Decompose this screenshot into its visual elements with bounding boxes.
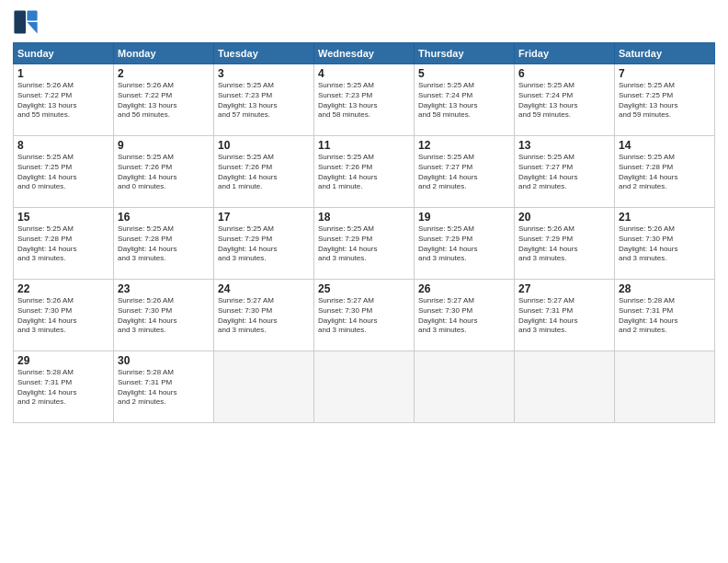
header-sunday: Sunday xyxy=(14,43,114,64)
day-info: Sunrise: 5:25 AM Sunset: 7:23 PM Dayligh… xyxy=(318,81,410,121)
day-cell: 22Sunrise: 5:26 AM Sunset: 7:30 PM Dayli… xyxy=(14,280,114,351)
day-info: Sunrise: 5:25 AM Sunset: 7:27 PM Dayligh… xyxy=(518,153,610,192)
day-info: Sunrise: 5:27 AM Sunset: 7:30 PM Dayligh… xyxy=(218,296,310,336)
day-cell xyxy=(415,351,515,423)
day-number: 23 xyxy=(118,282,210,295)
week-row-2: 8Sunrise: 5:25 AM Sunset: 7:25 PM Daylig… xyxy=(14,136,715,208)
header-monday: Monday xyxy=(114,43,214,64)
calendar-header-row: SundayMondayTuesdayWednesdayThursdayFrid… xyxy=(14,43,715,64)
day-cell: 28Sunrise: 5:28 AM Sunset: 7:31 PM Dayli… xyxy=(615,280,715,351)
day-cell xyxy=(515,351,615,423)
day-number: 25 xyxy=(318,282,410,295)
page: SundayMondayTuesdayWednesdayThursdayFrid… xyxy=(0,0,728,563)
day-cell: 17Sunrise: 5:25 AM Sunset: 7:29 PM Dayli… xyxy=(214,208,314,280)
day-info: Sunrise: 5:26 AM Sunset: 7:30 PM Dayligh… xyxy=(619,224,711,264)
day-cell: 10Sunrise: 5:25 AM Sunset: 7:26 PM Dayli… xyxy=(214,136,314,208)
header-wednesday: Wednesday xyxy=(314,43,415,64)
day-info: Sunrise: 5:26 AM Sunset: 7:22 PM Dayligh… xyxy=(118,81,210,121)
week-row-1: 1Sunrise: 5:26 AM Sunset: 7:22 PM Daylig… xyxy=(14,64,715,136)
day-number: 30 xyxy=(118,354,210,367)
day-number: 3 xyxy=(218,67,310,80)
day-cell: 9Sunrise: 5:25 AM Sunset: 7:26 PM Daylig… xyxy=(114,136,214,208)
logo-icon xyxy=(13,9,39,35)
day-cell: 20Sunrise: 5:26 AM Sunset: 7:29 PM Dayli… xyxy=(515,208,615,280)
day-info: Sunrise: 5:28 AM Sunset: 7:31 PM Dayligh… xyxy=(619,296,711,336)
day-cell xyxy=(615,351,715,423)
day-cell: 21Sunrise: 5:26 AM Sunset: 7:30 PM Dayli… xyxy=(615,208,715,280)
day-cell xyxy=(214,351,314,423)
day-info: Sunrise: 5:25 AM Sunset: 7:29 PM Dayligh… xyxy=(218,224,310,264)
day-number: 5 xyxy=(418,67,510,80)
day-number: 2 xyxy=(118,67,210,80)
day-info: Sunrise: 5:26 AM Sunset: 7:30 PM Dayligh… xyxy=(17,296,109,336)
day-cell: 4Sunrise: 5:25 AM Sunset: 7:23 PM Daylig… xyxy=(314,64,415,136)
day-number: 16 xyxy=(118,211,210,224)
day-cell: 18Sunrise: 5:25 AM Sunset: 7:29 PM Dayli… xyxy=(314,208,415,280)
svg-rect-2 xyxy=(27,10,37,20)
day-info: Sunrise: 5:25 AM Sunset: 7:26 PM Dayligh… xyxy=(118,153,210,192)
header-saturday: Saturday xyxy=(615,43,715,64)
day-number: 17 xyxy=(218,211,310,224)
day-cell: 25Sunrise: 5:27 AM Sunset: 7:30 PM Dayli… xyxy=(314,280,415,351)
day-number: 10 xyxy=(218,139,310,152)
day-info: Sunrise: 5:25 AM Sunset: 7:25 PM Dayligh… xyxy=(17,153,109,192)
week-row-5: 29Sunrise: 5:28 AM Sunset: 7:31 PM Dayli… xyxy=(14,351,715,423)
svg-rect-1 xyxy=(14,10,26,33)
day-number: 9 xyxy=(118,139,210,152)
day-cell: 14Sunrise: 5:25 AM Sunset: 7:28 PM Dayli… xyxy=(615,136,715,208)
day-cell: 2Sunrise: 5:26 AM Sunset: 7:22 PM Daylig… xyxy=(114,64,214,136)
day-cell: 26Sunrise: 5:27 AM Sunset: 7:30 PM Dayli… xyxy=(415,280,515,351)
day-cell: 7Sunrise: 5:25 AM Sunset: 7:25 PM Daylig… xyxy=(615,64,715,136)
day-number: 4 xyxy=(318,67,410,80)
day-info: Sunrise: 5:28 AM Sunset: 7:31 PM Dayligh… xyxy=(17,368,109,408)
header xyxy=(13,9,715,35)
day-number: 6 xyxy=(518,67,610,80)
day-cell: 3Sunrise: 5:25 AM Sunset: 7:23 PM Daylig… xyxy=(214,64,314,136)
day-info: Sunrise: 5:25 AM Sunset: 7:27 PM Dayligh… xyxy=(418,153,510,192)
day-number: 22 xyxy=(17,282,109,295)
day-cell: 30Sunrise: 5:28 AM Sunset: 7:31 PM Dayli… xyxy=(114,351,214,423)
day-cell: 11Sunrise: 5:25 AM Sunset: 7:26 PM Dayli… xyxy=(314,136,415,208)
day-info: Sunrise: 5:25 AM Sunset: 7:26 PM Dayligh… xyxy=(318,153,410,192)
day-info: Sunrise: 5:25 AM Sunset: 7:28 PM Dayligh… xyxy=(619,153,711,192)
day-cell: 29Sunrise: 5:28 AM Sunset: 7:31 PM Dayli… xyxy=(14,351,114,423)
day-cell xyxy=(314,351,415,423)
day-info: Sunrise: 5:25 AM Sunset: 7:29 PM Dayligh… xyxy=(418,224,510,264)
day-number: 7 xyxy=(619,67,711,80)
day-cell: 15Sunrise: 5:25 AM Sunset: 7:28 PM Dayli… xyxy=(14,208,114,280)
day-cell: 6Sunrise: 5:25 AM Sunset: 7:24 PM Daylig… xyxy=(515,64,615,136)
day-info: Sunrise: 5:25 AM Sunset: 7:28 PM Dayligh… xyxy=(118,224,210,264)
day-cell: 12Sunrise: 5:25 AM Sunset: 7:27 PM Dayli… xyxy=(415,136,515,208)
day-number: 20 xyxy=(518,211,610,224)
day-cell: 23Sunrise: 5:26 AM Sunset: 7:30 PM Dayli… xyxy=(114,280,214,351)
day-cell: 8Sunrise: 5:25 AM Sunset: 7:25 PM Daylig… xyxy=(14,136,114,208)
day-info: Sunrise: 5:25 AM Sunset: 7:24 PM Dayligh… xyxy=(418,81,510,121)
day-cell: 5Sunrise: 5:25 AM Sunset: 7:24 PM Daylig… xyxy=(415,64,515,136)
day-cell: 27Sunrise: 5:27 AM Sunset: 7:31 PM Dayli… xyxy=(515,280,615,351)
day-cell: 1Sunrise: 5:26 AM Sunset: 7:22 PM Daylig… xyxy=(14,64,114,136)
day-info: Sunrise: 5:27 AM Sunset: 7:30 PM Dayligh… xyxy=(418,296,510,336)
day-number: 27 xyxy=(518,282,610,295)
day-number: 12 xyxy=(418,139,510,152)
day-info: Sunrise: 5:26 AM Sunset: 7:22 PM Dayligh… xyxy=(17,81,109,121)
day-number: 28 xyxy=(619,282,711,295)
header-thursday: Thursday xyxy=(415,43,515,64)
day-info: Sunrise: 5:28 AM Sunset: 7:31 PM Dayligh… xyxy=(118,368,210,408)
day-number: 18 xyxy=(318,211,410,224)
day-info: Sunrise: 5:25 AM Sunset: 7:26 PM Dayligh… xyxy=(218,153,310,192)
day-number: 13 xyxy=(518,139,610,152)
day-info: Sunrise: 5:25 AM Sunset: 7:24 PM Dayligh… xyxy=(518,81,610,121)
day-info: Sunrise: 5:26 AM Sunset: 7:30 PM Dayligh… xyxy=(118,296,210,336)
logo xyxy=(13,9,42,35)
day-number: 21 xyxy=(619,211,711,224)
day-info: Sunrise: 5:27 AM Sunset: 7:31 PM Dayligh… xyxy=(518,296,610,336)
day-info: Sunrise: 5:26 AM Sunset: 7:29 PM Dayligh… xyxy=(518,224,610,264)
day-number: 24 xyxy=(218,282,310,295)
day-info: Sunrise: 5:25 AM Sunset: 7:25 PM Dayligh… xyxy=(619,81,711,121)
day-cell: 19Sunrise: 5:25 AM Sunset: 7:29 PM Dayli… xyxy=(415,208,515,280)
day-info: Sunrise: 5:25 AM Sunset: 7:23 PM Dayligh… xyxy=(218,81,310,121)
day-number: 29 xyxy=(17,354,109,367)
day-cell: 13Sunrise: 5:25 AM Sunset: 7:27 PM Dayli… xyxy=(515,136,615,208)
day-number: 15 xyxy=(17,211,109,224)
day-cell: 24Sunrise: 5:27 AM Sunset: 7:30 PM Dayli… xyxy=(214,280,314,351)
